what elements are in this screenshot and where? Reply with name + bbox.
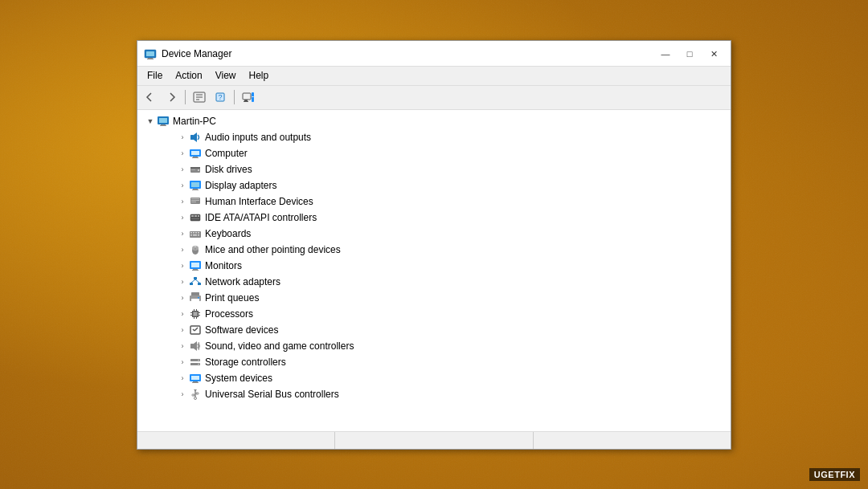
root-icon [157, 115, 170, 128]
svg-rect-12 [244, 101, 248, 102]
hid-label: Human Interface Devices [205, 196, 313, 207]
svg-rect-71 [190, 315, 192, 316]
scan-button[interactable] [239, 88, 258, 106]
svg-rect-66 [198, 297, 199, 299]
device-manager-window: Device Manager — □ ✕ File Action View He… [137, 40, 731, 450]
storage-icon [189, 356, 202, 369]
svg-line-61 [191, 279, 195, 283]
processors-icon [189, 308, 202, 320]
tree-item-disk[interactable]: › Disk drives [137, 161, 731, 177]
svg-point-85 [198, 359, 199, 361]
tree-item-hid[interactable]: › Human Interface Devices [137, 194, 731, 210]
software-icon [189, 324, 202, 336]
svg-line-80 [194, 328, 198, 331]
toolbar-separator-2 [234, 90, 235, 104]
tree-item-software[interactable]: › Software devices [137, 322, 731, 338]
tree-item-ide[interactable]: › IDE ATA/ATAPI controllers [137, 210, 731, 226]
monitors-chevron: › [176, 259, 189, 272]
svg-rect-11 [244, 100, 248, 101]
svg-rect-58 [194, 277, 197, 279]
forward-button[interactable] [162, 88, 181, 106]
display-chevron: › [176, 179, 189, 192]
sound-icon [189, 340, 202, 352]
monitors-icon [189, 259, 202, 272]
tree-item-print[interactable]: › Print queues [137, 290, 731, 306]
maximize-button[interactable]: □ [679, 46, 700, 62]
properties-button[interactable] [190, 88, 209, 106]
tree-item-display[interactable]: › Display adapters [137, 177, 731, 194]
status-section-1 [137, 432, 335, 449]
minimize-button[interactable]: — [655, 46, 676, 62]
menu-help[interactable]: Help [243, 68, 276, 84]
svg-rect-65 [191, 299, 199, 302]
svg-rect-74 [194, 309, 194, 311]
tree-item-network[interactable]: › Network adapters [137, 274, 731, 290]
svg-rect-49 [198, 234, 199, 236]
svg-rect-3 [147, 59, 154, 59]
svg-rect-75 [196, 309, 197, 311]
svg-rect-2 [148, 58, 153, 59]
storage-label: Storage controllers [205, 357, 286, 368]
menu-file[interactable]: File [141, 68, 169, 84]
tree-item-usb[interactable]: › Universal Serial Bus controllers [137, 386, 731, 402]
system-label: System devices [205, 373, 272, 384]
svg-rect-40 [198, 215, 199, 217]
tree-item-mice[interactable]: › Mice and other pointing devices [137, 242, 731, 258]
computer-chevron: › [176, 147, 189, 160]
tree-item-system[interactable]: › System devices [137, 370, 731, 386]
print-label: Print queues [205, 292, 259, 304]
disk-label: Disk drives [205, 164, 252, 175]
mice-label: Mice and other pointing devices [205, 244, 341, 255]
toolbar: ? [137, 86, 731, 110]
svg-rect-55 [191, 263, 199, 267]
svg-rect-18 [160, 125, 166, 126]
display-label: Display adapters [205, 180, 276, 191]
svg-rect-24 [192, 157, 199, 158]
software-label: Software devices [205, 324, 278, 336]
svg-rect-56 [193, 269, 198, 270]
close-button[interactable]: ✕ [703, 46, 724, 62]
root-chevron: ▼ [144, 115, 157, 128]
svg-rect-43 [190, 232, 192, 234]
keyboard-chevron: › [176, 227, 189, 240]
svg-rect-26 [190, 167, 200, 169]
svg-rect-44 [193, 232, 194, 234]
print-icon [189, 291, 202, 304]
svg-point-86 [198, 363, 199, 365]
menu-action[interactable]: Action [169, 68, 208, 84]
toolbar-separator-1 [185, 90, 186, 104]
svg-point-97 [194, 397, 197, 399]
ide-label: IDE ATA/ATAPI controllers [205, 212, 317, 223]
hid-chevron: › [176, 195, 189, 208]
svg-rect-48 [193, 234, 197, 236]
menu-view[interactable]: View [209, 68, 243, 84]
tree-item-monitors[interactable]: › Monitors [137, 258, 731, 274]
svg-rect-1 [146, 51, 154, 56]
network-icon [189, 275, 202, 288]
tree-item-processors[interactable]: › Processors [137, 306, 731, 322]
svg-rect-34 [191, 198, 199, 199]
svg-rect-90 [192, 382, 199, 383]
svg-rect-47 [190, 234, 192, 236]
svg-point-53 [194, 245, 196, 247]
svg-rect-46 [198, 232, 199, 234]
update-button[interactable]: ? [211, 88, 230, 106]
svg-marker-20 [194, 132, 197, 142]
network-chevron: › [176, 275, 189, 288]
tree-item-sound[interactable]: › Sound, video and game controllers [137, 338, 731, 354]
tree-item-keyboard[interactable]: › Keyboards [137, 226, 731, 242]
tree-item-audio[interactable]: › Audio inputs and outputs [137, 129, 731, 145]
svg-marker-92 [194, 389, 197, 392]
tree-item-storage[interactable]: › Storage controllers [137, 354, 731, 370]
tree-item-computer[interactable]: › Computer [137, 145, 731, 161]
svg-rect-81 [190, 344, 194, 348]
tree-root[interactable]: ▼ Martin-PC [137, 113, 731, 129]
svg-rect-30 [191, 182, 199, 187]
sound-chevron: › [176, 340, 189, 352]
hid-icon [189, 195, 202, 208]
svg-rect-77 [196, 317, 197, 319]
network-label: Network adapters [205, 276, 280, 287]
back-button[interactable] [141, 88, 160, 106]
svg-rect-16 [159, 118, 167, 123]
svg-rect-28 [191, 169, 195, 170]
